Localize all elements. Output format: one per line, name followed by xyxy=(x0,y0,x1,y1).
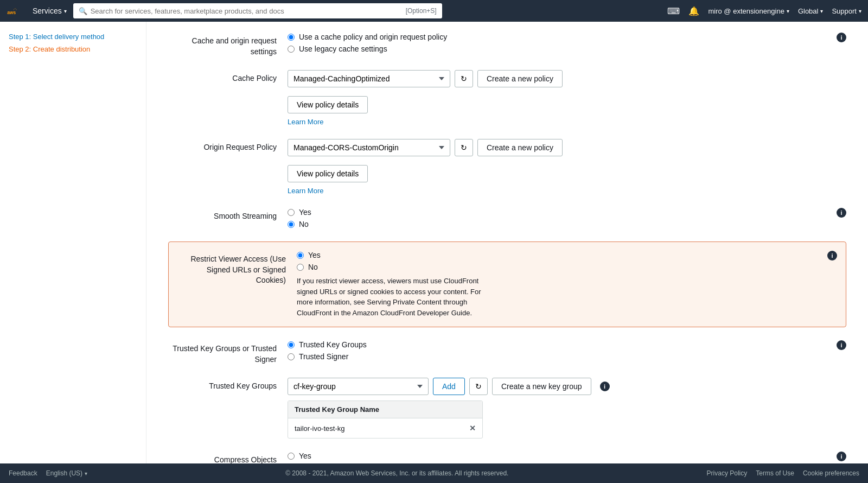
cache-policy-select[interactable]: Managed-CachingOptimized xyxy=(288,70,450,87)
restrict-viewer-control: Yes No If you restrict viewer access, vi… xyxy=(297,251,823,318)
trusted-key-groups-option[interactable]: Trusted Key Groups xyxy=(288,340,832,349)
aws-logo[interactable]: aws xyxy=(7,4,26,17)
create-new-policy-2-button[interactable]: Create a new policy xyxy=(477,139,563,156)
user-chevron-icon: ▾ xyxy=(787,8,789,14)
create-new-policy-1-button[interactable]: Create a new policy xyxy=(477,70,563,87)
cache-policy-control: Managed-CachingOptimized ↻ Create a new … xyxy=(288,70,846,126)
smooth-streaming-radio-group: Yes No xyxy=(288,208,832,228)
add-key-group-button[interactable]: Add xyxy=(433,378,465,395)
cookie-preferences-link[interactable]: Cookie preferences xyxy=(803,469,859,477)
restrict-viewer-section: Restrict Viewer Access (Use Signed URLs … xyxy=(168,242,846,327)
trusted-key-groups-radio[interactable] xyxy=(288,341,295,348)
smooth-streaming-row: Smooth Streaming Yes No i xyxy=(168,208,846,228)
trusted-key-groups-label: Trusted Key Groups xyxy=(168,378,288,392)
cache-policy-option[interactable]: Use a cache policy and origin request po… xyxy=(288,33,832,41)
origin-policy-refresh-button[interactable]: ↻ xyxy=(455,139,473,156)
page-wrapper: Step 1: Select delivery method Step 2: C… xyxy=(0,22,868,483)
smooth-streaming-no-radio[interactable] xyxy=(288,221,295,228)
learn-more-2-link[interactable]: Learn More xyxy=(288,187,846,195)
smooth-streaming-no-option[interactable]: No xyxy=(288,220,832,228)
cache-policy-label: Cache Policy xyxy=(168,70,288,84)
cache-settings-radio-group: Use a cache policy and origin request po… xyxy=(288,33,832,53)
restrict-viewer-info-icon[interactable]: i xyxy=(827,251,837,260)
view-policy-details-1-button[interactable]: View policy details xyxy=(288,96,368,113)
restrict-viewer-no-radio[interactable] xyxy=(297,264,304,271)
region-menu[interactable]: Global ▾ xyxy=(798,7,824,15)
trusted-key-groups-select-row: cf-key-group Add ↻ Create a new key grou… xyxy=(288,378,846,395)
key-group-name: tailor-ivo-test-kg xyxy=(295,424,344,433)
support-menu[interactable]: Support ▾ xyxy=(832,7,861,15)
trusted-key-signer-control: Trusted Key Groups Trusted Signer xyxy=(288,340,832,361)
footer-copyright: © 2008 - 2021, Amazon Web Services, Inc.… xyxy=(285,469,508,477)
terminal-icon[interactable]: ⌨ xyxy=(667,6,680,16)
cache-policy-radio[interactable] xyxy=(288,34,295,41)
compress-yes-radio[interactable] xyxy=(288,453,295,460)
origin-request-policy-select[interactable]: Managed-CORS-CustomOrigin xyxy=(288,139,450,156)
cache-policy-refresh-button[interactable]: ↻ xyxy=(455,70,473,87)
restrict-viewer-description: If you restrict viewer access, viewers m… xyxy=(297,276,492,318)
smooth-streaming-yes-option[interactable]: Yes xyxy=(288,208,832,217)
create-new-key-group-button[interactable]: Create a new key group xyxy=(492,378,591,395)
user-menu[interactable]: miro @ extensionengine ▾ xyxy=(708,7,789,15)
svg-text:aws: aws xyxy=(7,10,16,15)
top-navigation: aws Services ▾ 🔍 [Option+S] ⌨ 🔔 miro @ e… xyxy=(0,0,868,22)
trusted-signer-option[interactable]: Trusted Signer xyxy=(288,352,832,361)
view-policy-details-2-button[interactable]: View policy details xyxy=(288,165,368,182)
trusted-key-refresh-button[interactable]: ↻ xyxy=(469,378,488,395)
learn-more-1-link[interactable]: Learn More xyxy=(288,118,846,126)
feedback-button[interactable]: Feedback xyxy=(9,469,37,477)
smooth-streaming-control: Yes No xyxy=(288,208,832,228)
trusted-signer-radio[interactable] xyxy=(288,353,295,360)
trusted-key-groups-select[interactable]: cf-key-group xyxy=(288,378,429,395)
legacy-cache-option[interactable]: Use legacy cache settings xyxy=(288,45,832,53)
legacy-cache-radio[interactable] xyxy=(288,46,295,53)
origin-request-policy-row: Origin Request Policy Managed-CORS-Custo… xyxy=(168,139,846,195)
trusted-key-signer-label: Trusted Key Groups or Trusted Signer xyxy=(168,340,288,365)
cache-settings-control: Use a cache policy and origin request po… xyxy=(288,33,832,53)
search-shortcut: [Option+S] xyxy=(406,7,437,15)
restrict-viewer-radio-group: Yes No xyxy=(297,251,823,271)
cache-settings-info-icon[interactable]: i xyxy=(837,33,846,42)
trusted-key-radio-group: Trusted Key Groups Trusted Signer xyxy=(288,340,832,361)
sidebar-step2[interactable]: Step 2: Create distribution xyxy=(9,45,137,53)
restrict-viewer-label: Restrict Viewer Access (Use Signed URLs … xyxy=(177,251,297,286)
trusted-key-groups-row: Trusted Key Groups cf-key-group Add ↻ Cr… xyxy=(168,378,846,438)
services-menu[interactable]: Services ▾ xyxy=(33,7,67,15)
restrict-viewer-yes-radio[interactable] xyxy=(297,252,304,259)
main-content: Cache and origin request settings Use a … xyxy=(146,22,868,483)
compress-yes-option[interactable]: Yes xyxy=(288,452,832,460)
page-footer: Feedback English (US) ▾ © 2008 - 2021, A… xyxy=(0,463,868,483)
restrict-viewer-no-option[interactable]: No xyxy=(297,263,823,271)
restrict-viewer-yes-option[interactable]: Yes xyxy=(297,251,823,259)
cache-settings-row: Cache and origin request settings Use a … xyxy=(168,33,846,57)
smooth-streaming-info-icon[interactable]: i xyxy=(837,208,846,218)
sidebar-step1[interactable]: Step 1: Select delivery method xyxy=(9,33,137,41)
region-chevron-icon: ▾ xyxy=(820,8,823,14)
key-group-table: Trusted Key Group Name tailor-ivo-test-k… xyxy=(288,401,483,438)
origin-request-policy-label: Origin Request Policy xyxy=(168,139,288,153)
origin-request-policy-control: Managed-CORS-CustomOrigin ↻ Create a new… xyxy=(288,139,846,195)
compress-objects-info-icon[interactable]: i xyxy=(837,452,846,461)
trusted-key-groups-info-icon[interactable]: i xyxy=(600,382,610,391)
terms-of-use-link[interactable]: Terms of Use xyxy=(756,469,794,477)
footer-left: Feedback English (US) ▾ xyxy=(9,469,87,477)
cache-policy-select-row: Managed-CachingOptimized ↻ Create a new … xyxy=(288,70,846,87)
privacy-policy-link[interactable]: Privacy Policy xyxy=(707,469,748,477)
smooth-streaming-yes-radio[interactable] xyxy=(288,209,295,216)
footer-right: Privacy Policy Terms of Use Cookie prefe… xyxy=(707,469,859,477)
services-chevron-icon: ▾ xyxy=(64,8,67,14)
sidebar: Step 1: Select delivery method Step 2: C… xyxy=(0,22,146,483)
origin-request-select-row: Managed-CORS-CustomOrigin ↻ Create a new… xyxy=(288,139,846,156)
trusted-key-info-icon[interactable]: i xyxy=(837,340,846,350)
trusted-key-signer-row: Trusted Key Groups or Trusted Signer Tru… xyxy=(168,340,846,365)
key-group-table-header: Trusted Key Group Name xyxy=(288,401,482,418)
language-chevron-icon: ▾ xyxy=(85,471,87,476)
trusted-key-groups-control: cf-key-group Add ↻ Create a new key grou… xyxy=(288,378,846,438)
language-selector[interactable]: English (US) ▾ xyxy=(46,469,87,477)
support-chevron-icon: ▾ xyxy=(859,8,861,14)
remove-key-group-icon[interactable]: ✕ xyxy=(469,424,476,433)
bell-icon[interactable]: 🔔 xyxy=(688,6,699,16)
search-input[interactable] xyxy=(91,7,406,15)
search-bar[interactable]: 🔍 [Option+S] xyxy=(73,3,442,18)
cache-settings-label: Cache and origin request settings xyxy=(168,33,288,57)
